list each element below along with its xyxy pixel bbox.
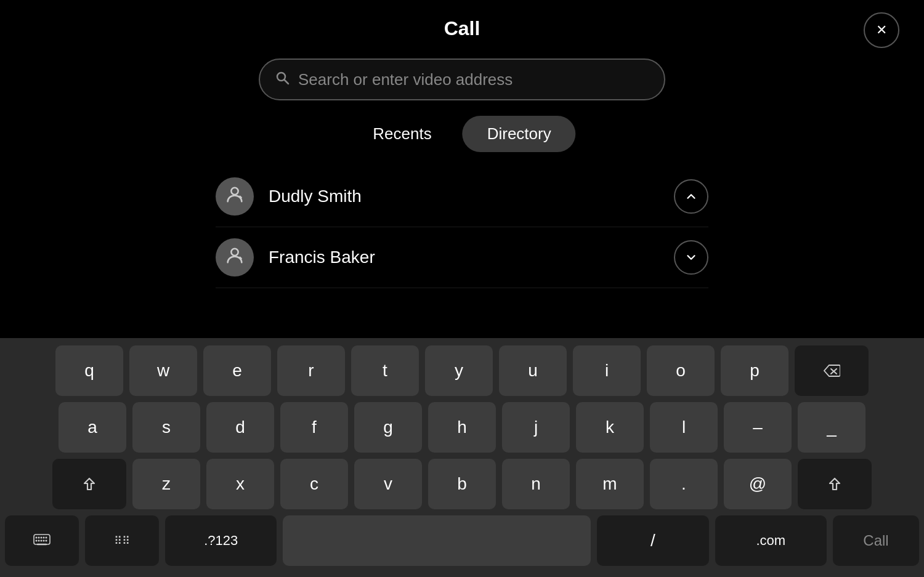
key-period[interactable]: . bbox=[650, 459, 718, 509]
close-button[interactable]: ✕ bbox=[864, 12, 899, 48]
key-slash[interactable]: / bbox=[597, 515, 708, 566]
key-y[interactable]: y bbox=[425, 345, 493, 396]
keyboard: q w e r t y u i o p a s d f g h j k l – … bbox=[0, 338, 924, 577]
avatar-dudly bbox=[216, 177, 254, 216]
key-numeric[interactable]: .?123 bbox=[165, 515, 277, 566]
key-k[interactable]: k bbox=[576, 402, 644, 453]
svg-line-1 bbox=[285, 80, 289, 84]
key-dotcom[interactable]: .com bbox=[715, 515, 827, 566]
key-at[interactable]: @ bbox=[724, 459, 792, 509]
key-i[interactable]: i bbox=[573, 345, 641, 396]
key-r[interactable]: r bbox=[277, 345, 345, 396]
key-w[interactable]: w bbox=[129, 345, 197, 396]
svg-rect-6 bbox=[34, 535, 50, 544]
contact-name-francis: Francis Baker bbox=[269, 248, 674, 267]
key-j[interactable]: j bbox=[502, 402, 570, 453]
key-l[interactable]: l bbox=[650, 402, 718, 453]
keyboard-row-3: z x c v b n m . @ bbox=[5, 459, 919, 509]
key-shift-left[interactable] bbox=[52, 459, 126, 509]
key-underscore[interactable]: _ bbox=[798, 402, 865, 453]
search-icon bbox=[275, 70, 290, 89]
key-f[interactable]: f bbox=[280, 402, 348, 453]
search-bar[interactable]: Search or enter video address bbox=[259, 59, 665, 100]
person-icon bbox=[224, 184, 245, 209]
tab-recents[interactable]: Recents bbox=[348, 116, 456, 152]
page-title: Call bbox=[444, 17, 480, 40]
key-dash[interactable]: – bbox=[724, 402, 792, 453]
key-h[interactable]: h bbox=[428, 402, 496, 453]
key-d[interactable]: d bbox=[206, 402, 274, 453]
key-s[interactable]: s bbox=[132, 402, 200, 453]
search-placeholder: Search or enter video address bbox=[298, 70, 513, 89]
key-n[interactable]: n bbox=[502, 459, 570, 509]
key-q[interactable]: q bbox=[55, 345, 123, 396]
contact-name-dudly: Dudly Smith bbox=[269, 187, 674, 206]
key-u[interactable]: u bbox=[499, 345, 567, 396]
avatar-francis bbox=[216, 238, 254, 276]
key-t[interactable]: t bbox=[351, 345, 419, 396]
key-c[interactable]: c bbox=[280, 459, 348, 509]
key-keyboard-toggle[interactable] bbox=[5, 515, 79, 566]
key-shift-right[interactable] bbox=[798, 459, 872, 509]
key-x[interactable]: x bbox=[206, 459, 274, 509]
contact-item-francis: Francis Baker bbox=[216, 227, 708, 288]
key-v[interactable]: v bbox=[354, 459, 422, 509]
key-e[interactable]: e bbox=[203, 345, 271, 396]
key-call[interactable]: Call bbox=[833, 515, 919, 566]
key-g[interactable]: g bbox=[354, 402, 422, 453]
keyboard-row-2: a s d f g h j k l – _ bbox=[5, 402, 919, 453]
person-icon-2 bbox=[224, 245, 245, 270]
tab-directory[interactable]: Directory bbox=[463, 116, 576, 152]
key-delete[interactable] bbox=[795, 345, 869, 396]
key-m[interactable]: m bbox=[576, 459, 644, 509]
expand-button-dudly[interactable] bbox=[674, 179, 708, 214]
key-o[interactable]: o bbox=[647, 345, 715, 396]
contacts-list: Dudly Smith Francis Baker bbox=[216, 166, 708, 288]
expand-button-francis[interactable] bbox=[674, 240, 708, 275]
key-emoji[interactable]: ⠿⠿ bbox=[85, 515, 159, 566]
keyboard-row-4: ⠿⠿ .?123 / .com Call bbox=[5, 515, 919, 566]
svg-point-3 bbox=[231, 248, 238, 255]
key-p[interactable]: p bbox=[721, 345, 788, 396]
svg-point-2 bbox=[231, 187, 238, 194]
key-a[interactable]: a bbox=[59, 402, 126, 453]
key-b[interactable]: b bbox=[428, 459, 496, 509]
key-z[interactable]: z bbox=[132, 459, 200, 509]
tabs-container: Recents Directory bbox=[348, 116, 575, 152]
header: Call ✕ bbox=[0, 0, 924, 40]
key-space[interactable] bbox=[283, 515, 591, 566]
search-container: Search or enter video address bbox=[259, 59, 665, 100]
keyboard-row-1: q w e r t y u i o p bbox=[5, 345, 919, 396]
contact-item-dudly: Dudly Smith bbox=[216, 166, 708, 227]
